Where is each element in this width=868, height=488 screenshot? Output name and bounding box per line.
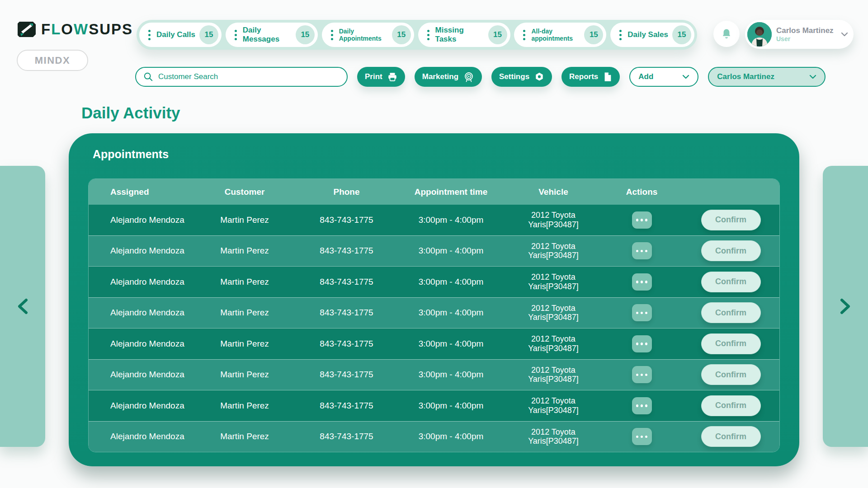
- nav-pill-daily-appointments[interactable]: Daily Appointments 15: [322, 23, 414, 47]
- cell-customer: Martin Perez: [193, 370, 297, 380]
- logo-text: FLOWSUPS: [41, 21, 133, 38]
- confirm-button[interactable]: Confirm: [701, 240, 761, 261]
- brand-logo-icon: [17, 21, 37, 38]
- printer-icon: [387, 72, 397, 82]
- cell-customer: Martin Perez: [193, 432, 297, 441]
- table-row: Alejandro Mendoza Martin Perez 843-743-1…: [89, 328, 779, 359]
- nav-pill-daily-messages[interactable]: Daily Messages 15: [226, 23, 318, 47]
- cell-vehicle: 2012 Toyota Yaris[P30487]: [519, 427, 587, 446]
- kebab-menu-icon[interactable]: [146, 28, 152, 42]
- nav-pill-count-badge: 15: [199, 25, 218, 44]
- confirm-button[interactable]: Confirm: [701, 333, 761, 354]
- row-actions-button[interactable]: [632, 428, 652, 445]
- carousel-panel-left: [0, 166, 45, 447]
- row-actions-button[interactable]: [632, 397, 652, 414]
- reports-button-label: Reports: [569, 72, 598, 81]
- nav-pill-label: All-day appointments: [531, 28, 580, 42]
- confirm-button[interactable]: Confirm: [701, 426, 761, 447]
- cell-phone: 843-743-1775: [297, 308, 396, 318]
- nav-pill-count-badge: 15: [488, 25, 507, 44]
- carousel-panel-right: [823, 166, 868, 447]
- nav-pill-label: Daily Appointments: [339, 28, 388, 42]
- kebab-menu-icon[interactable]: [329, 28, 335, 42]
- confirm-button[interactable]: Confirm: [701, 210, 761, 230]
- logo-letter: L: [51, 21, 61, 38]
- row-actions-button[interactable]: [632, 242, 652, 259]
- cell-vehicle: 2012 Toyota Yaris[P30487]: [519, 366, 587, 384]
- carousel-next-button[interactable]: [838, 297, 853, 316]
- appointments-card: Appointments Assigned Customer Phone App…: [69, 133, 799, 466]
- nav-pill-count-badge: 15: [584, 25, 603, 44]
- cell-appointment-time: 3:00pm - 4:00pm: [396, 401, 505, 411]
- logo-letter: F: [41, 21, 51, 38]
- table-header: Assigned Customer Phone Appointment time…: [89, 179, 779, 205]
- cell-appointment-time: 3:00pm - 4:00pm: [396, 308, 505, 318]
- settings-button-label: Settings: [499, 72, 529, 81]
- table-row: Alejandro Mendoza Martin Perez 843-743-1…: [89, 421, 779, 452]
- logo-letter: U: [99, 21, 111, 38]
- kebab-menu-icon[interactable]: [233, 28, 239, 42]
- confirm-button[interactable]: Confirm: [701, 395, 761, 416]
- nav-pill-label: Missing Tasks: [435, 26, 484, 43]
- notifications-button[interactable]: [713, 21, 740, 47]
- nav-pill-label: Daily Calls: [156, 30, 195, 39]
- cell-customer: Martin Perez: [193, 401, 297, 411]
- print-button[interactable]: Print: [357, 67, 405, 87]
- nav-pill-count-badge: 15: [672, 25, 691, 44]
- chevron-left-icon: [15, 297, 30, 316]
- target-icon: [463, 71, 474, 82]
- cell-assigned: Alejandro Mendoza: [89, 246, 193, 256]
- cell-phone: 843-743-1775: [297, 277, 396, 287]
- settings-button[interactable]: Settings: [491, 67, 552, 87]
- nav-pill-daily-calls[interactable]: Daily Calls 15: [139, 23, 222, 47]
- confirm-button[interactable]: Confirm: [701, 364, 761, 385]
- confirm-button[interactable]: Confirm: [701, 272, 761, 292]
- nav-pill-missing-tasks[interactable]: Missing Tasks 15: [418, 23, 510, 47]
- col-header-customer: Customer: [193, 187, 297, 197]
- assignee-dropdown[interactable]: Carlos Martinez: [708, 67, 826, 87]
- marketing-button[interactable]: Marketing: [415, 67, 482, 87]
- row-actions-button[interactable]: [632, 366, 652, 383]
- logo-letter: O: [61, 21, 74, 38]
- customer-search: [135, 67, 348, 87]
- table-body: Alejandro Mendoza Martin Perez 843-743-1…: [89, 205, 779, 452]
- add-dropdown[interactable]: Add: [629, 67, 698, 87]
- cell-customer: Martin Perez: [193, 308, 297, 318]
- cell-appointment-time: 3:00pm - 4:00pm: [396, 246, 505, 256]
- chevron-down-icon: [682, 75, 689, 79]
- toolbar: Print Marketing Settings Reports: [135, 67, 826, 87]
- row-actions-button[interactable]: [632, 335, 652, 352]
- avatar: [747, 22, 772, 47]
- nav-pill-daily-sales[interactable]: Daily Sales 15: [610, 23, 694, 47]
- kebab-menu-icon[interactable]: [521, 28, 527, 42]
- user-menu[interactable]: Carlos Martinez User: [745, 20, 854, 49]
- chevron-right-icon: [838, 297, 853, 316]
- search-input[interactable]: [158, 72, 340, 81]
- cell-customer: Martin Perez: [193, 215, 297, 225]
- nav-pill-all-day-appointments[interactable]: All-day appointments 15: [514, 23, 606, 47]
- logo-letter: S: [122, 21, 133, 38]
- cell-appointment-time: 3:00pm - 4:00pm: [396, 215, 505, 225]
- cell-assigned: Alejandro Mendoza: [89, 401, 193, 411]
- table-row: Alejandro Mendoza Martin Perez 843-743-1…: [89, 390, 779, 421]
- kebab-menu-icon[interactable]: [618, 28, 623, 42]
- row-actions-button[interactable]: [632, 273, 652, 291]
- row-actions-button[interactable]: [632, 211, 652, 229]
- page-title: Daily Activity: [81, 104, 180, 122]
- cell-customer: Martin Perez: [193, 339, 297, 349]
- cell-assigned: Alejandro Mendoza: [89, 215, 193, 225]
- cell-vehicle: 2012 Toyota Yaris[P30487]: [519, 272, 587, 291]
- col-header-vehicle: Vehicle: [505, 187, 601, 197]
- print-button-label: Print: [365, 72, 382, 81]
- row-actions-button[interactable]: [632, 304, 652, 321]
- mindx-button[interactable]: MINDX: [17, 50, 88, 71]
- document-icon: [603, 72, 612, 82]
- carousel-prev-button[interactable]: [15, 297, 30, 316]
- table-row: Alejandro Mendoza Martin Perez 843-743-1…: [89, 359, 779, 390]
- kebab-menu-icon[interactable]: [425, 28, 431, 42]
- confirm-button[interactable]: Confirm: [701, 302, 761, 323]
- cell-assigned: Alejandro Mendoza: [89, 277, 193, 287]
- cell-vehicle: 2012 Toyota Yaris[P30487]: [519, 242, 587, 260]
- reports-button[interactable]: Reports: [561, 67, 620, 87]
- cell-appointment-time: 3:00pm - 4:00pm: [396, 370, 505, 380]
